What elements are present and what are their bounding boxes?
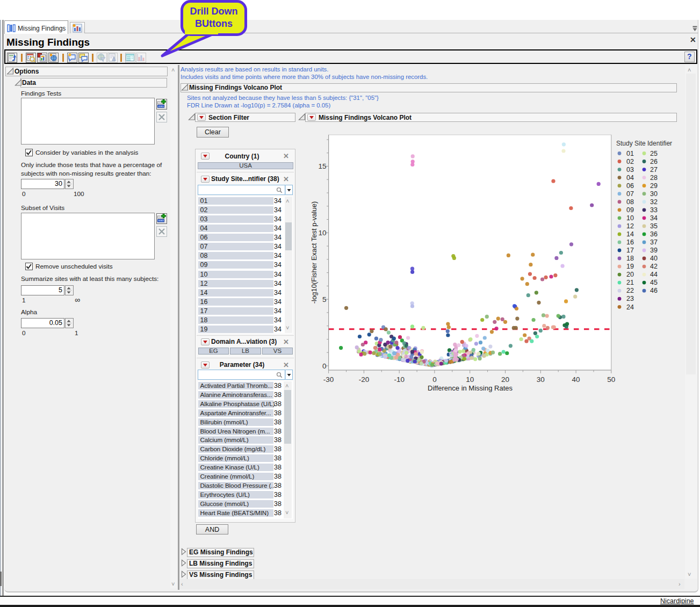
- svg-text:21: 21: [626, 279, 634, 286]
- svg-text:23: 23: [626, 295, 634, 302]
- svg-text:07: 07: [626, 190, 634, 198]
- svg-text:01: 01: [626, 150, 634, 157]
- svg-text:27: 27: [650, 166, 658, 174]
- svg-text:39: 39: [650, 247, 658, 254]
- svg-text:20: 20: [626, 271, 634, 278]
- svg-text:36: 36: [650, 230, 658, 238]
- svg-text:40: 40: [650, 255, 658, 262]
- svg-text:25: 25: [650, 150, 658, 157]
- svg-text:34: 34: [650, 214, 658, 222]
- svg-text:46: 46: [650, 287, 658, 294]
- svg-text:45: 45: [650, 279, 658, 286]
- svg-text:28: 28: [650, 174, 658, 182]
- svg-text:22: 22: [626, 287, 634, 294]
- svg-text:26: 26: [650, 158, 658, 165]
- svg-text:09: 09: [626, 206, 634, 214]
- svg-text:10: 10: [626, 214, 634, 222]
- svg-text:35: 35: [650, 222, 658, 230]
- svg-text:19: 19: [626, 263, 634, 270]
- svg-text:16: 16: [626, 239, 634, 246]
- svg-text:29: 29: [650, 182, 658, 190]
- svg-text:03: 03: [626, 166, 634, 174]
- svg-text:14: 14: [626, 230, 634, 238]
- svg-text:06: 06: [626, 182, 634, 190]
- svg-text:04: 04: [626, 174, 634, 182]
- svg-text:42: 42: [650, 263, 658, 270]
- svg-text:30: 30: [650, 190, 658, 198]
- svg-text:33: 33: [650, 206, 658, 214]
- svg-text:32: 32: [650, 198, 658, 206]
- svg-text:02: 02: [626, 158, 634, 165]
- svg-text:17: 17: [626, 247, 634, 254]
- svg-text:18: 18: [626, 255, 634, 262]
- svg-text:37: 37: [650, 239, 658, 246]
- svg-text:24: 24: [626, 304, 634, 311]
- svg-text:08: 08: [626, 198, 634, 206]
- svg-text:44: 44: [650, 271, 658, 278]
- svg-text:12: 12: [626, 222, 634, 230]
